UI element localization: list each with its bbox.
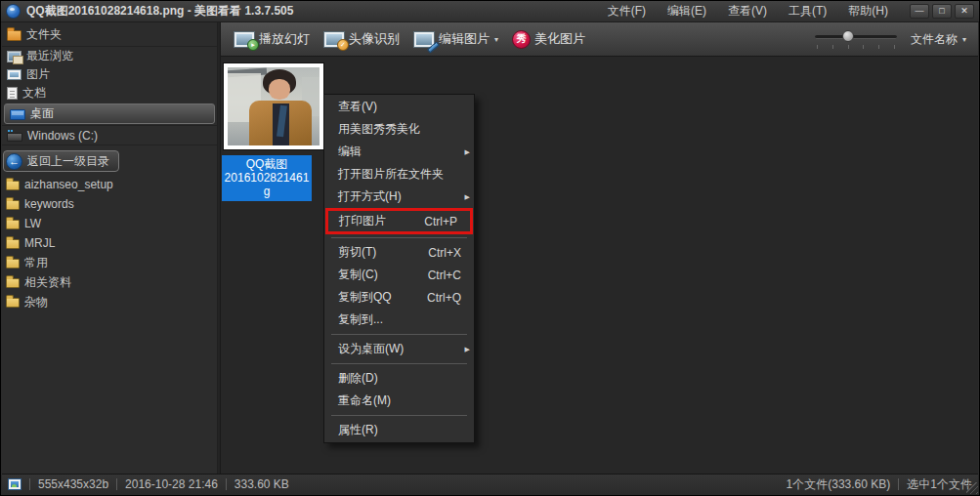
sort-by-dropdown[interactable]: 文件名称 ▾: [911, 31, 966, 48]
pictures-icon: [7, 69, 21, 80]
menu-help[interactable]: 帮助(H): [837, 1, 899, 21]
play-badge-icon: ▸: [247, 39, 259, 51]
folder-label: LW: [24, 217, 41, 230]
ctx-cut[interactable]: 剪切(T) Ctrl+X: [324, 241, 474, 264]
folder-icon: [6, 298, 20, 308]
image-status-icon: [8, 478, 21, 490]
ctx-copy-to-qq[interactable]: 复制到QQ Ctrl+Q: [324, 286, 474, 309]
folder-item-aizhanseo[interactable]: aizhanseo_setup: [2, 175, 217, 194]
resize-grip[interactable]: [966, 482, 978, 494]
ctx-edit-submenu[interactable]: 编辑 ▶: [324, 141, 474, 163]
folder-label: aizhanseo_setup: [24, 178, 113, 191]
image-thumbnail-cell[interactable]: QQ截图 2016102821461 g: [223, 62, 326, 150]
filename-line: QQ截图: [222, 157, 312, 171]
ctx-rename[interactable]: 重命名(M): [324, 390, 474, 412]
slider-handle[interactable]: [842, 30, 854, 42]
maximize-button[interactable]: □: [932, 4, 952, 19]
menu-separator: [331, 415, 467, 416]
ctx-set-as-desktop-submenu[interactable]: 设为桌面(W) ▶: [324, 338, 474, 360]
toolbar-button-label: 美化图片: [534, 30, 585, 48]
ctx-open-with-submenu[interactable]: 打开方式(H) ▶: [324, 186, 474, 208]
ctx-copy[interactable]: 复制(C) Ctrl+C: [324, 264, 474, 286]
sidebar-item-label: 图片: [26, 66, 50, 83]
ctx-label: 用美图秀秀美化: [338, 121, 420, 138]
close-button[interactable]: ✕: [955, 4, 974, 19]
ctx-shortcut: Ctrl+C: [428, 269, 466, 282]
ctx-label: 复制到QQ: [338, 289, 392, 306]
menu-edit[interactable]: 编辑(E): [657, 1, 717, 21]
sidebar-header: 文件夹: [2, 23, 217, 46]
edit-image-button[interactable]: 编辑图片 ▾: [408, 27, 503, 51]
edit-image-icon: [413, 31, 435, 48]
status-divider: [226, 478, 227, 490]
sidebar-item-label: 文档: [22, 85, 46, 102]
sidebar-item-drive-c[interactable]: Windows (C:): [2, 126, 217, 145]
filename-line: g: [222, 185, 312, 198]
status-bar: 555x435x32b 2016-10-28 21:46 333.60 KB 1…: [2, 474, 978, 494]
folder-item-lw[interactable]: LW: [2, 214, 217, 233]
folder-item-mrjl[interactable]: MRJL: [2, 233, 217, 253]
beautify-image-button[interactable]: 秀 美化图片: [507, 27, 590, 52]
sort-by-label: 文件名称: [911, 31, 958, 48]
menu-file[interactable]: 文件(F): [597, 1, 657, 21]
chevron-down-icon[interactable]: ▾: [494, 35, 498, 44]
back-button-label: 返回上一级目录: [27, 153, 109, 170]
ctx-print-image[interactable]: 打印图片 Ctrl+P: [328, 211, 470, 231]
sidebar-item-documents[interactable]: 文档: [2, 84, 217, 103]
ctx-label: 剪切(T): [338, 244, 376, 261]
folder-item-related[interactable]: 相关资料: [2, 272, 217, 292]
selected-filename-label: QQ截图 2016102821461 g: [222, 155, 312, 201]
slider-track[interactable]: [815, 35, 897, 39]
ctx-shortcut: Ctrl+Q: [427, 291, 466, 305]
submenu-arrow-icon: ▶: [465, 346, 470, 353]
sidebar-item-recent[interactable]: 最近浏览: [2, 47, 217, 65]
folder-item-changyong[interactable]: 常用: [2, 253, 217, 272]
slider-ticks: [817, 45, 895, 49]
slideshow-icon: ▸: [234, 31, 255, 48]
window-title: QQ截图20161028214618.png - 美图看看 1.3.7.505: [26, 3, 293, 20]
image-filesize: 333.60 KB: [234, 477, 289, 491]
menu-view[interactable]: 查看(V): [717, 1, 778, 21]
beautify-icon: 秀: [512, 30, 531, 49]
ctx-copy-to[interactable]: 复制到...: [324, 309, 474, 331]
ctx-properties[interactable]: 属性(R): [324, 419, 474, 441]
chevron-down-icon: ▾: [962, 35, 966, 44]
toolbar: ▸ 播放幻灯 ✓ 头像识别 编辑图片 ▾: [221, 22, 978, 57]
folder-icon: [6, 181, 20, 190]
status-divider: [29, 478, 30, 490]
back-arrow-icon: ←: [6, 153, 22, 170]
selected-count: 选中1个文件: [907, 476, 972, 493]
slideshow-button[interactable]: ▸ 播放幻灯: [229, 27, 315, 51]
folder-icon: [6, 200, 20, 210]
face-recognition-button[interactable]: ✓ 头像识别: [319, 27, 405, 51]
ctx-label: 复制到...: [338, 311, 383, 328]
check-badge-icon: ✓: [337, 39, 349, 51]
thumbnail-frame[interactable]: [223, 62, 324, 150]
print-highlight-box: 打印图片 Ctrl+P: [325, 208, 473, 234]
ctx-label: 删除(D): [338, 370, 378, 387]
ctx-delete[interactable]: 删除(D): [324, 367, 474, 390]
menu-separator: [331, 237, 467, 238]
app-logo-icon: [6, 4, 21, 19]
sidebar-item-pictures[interactable]: 图片: [2, 65, 217, 84]
submenu-arrow-icon: ▶: [465, 148, 470, 156]
toolbar-button-label: 头像识别: [349, 30, 400, 48]
folder-item-misc[interactable]: 杂物: [2, 292, 217, 311]
toolbar-button-label: 编辑图片: [439, 30, 490, 48]
folder-label: 相关资料: [24, 274, 71, 291]
thumbnail-photo: [228, 67, 320, 145]
minimize-button[interactable]: —: [910, 4, 929, 19]
folder-icon: [6, 259, 20, 269]
sidebar-item-desktop[interactable]: 桌面: [4, 103, 215, 124]
ctx-label: 查看(V): [338, 99, 377, 115]
folder-icon: [6, 239, 20, 249]
ctx-view[interactable]: 查看(V): [324, 96, 474, 118]
ctx-open-containing-folder[interactable]: 打开图片所在文件夹: [324, 163, 474, 186]
menu-tools[interactable]: 工具(T): [778, 1, 837, 21]
ctx-beautify-with-meitu[interactable]: 用美图秀秀美化: [324, 118, 474, 141]
thumbnail-size-slider[interactable]: [815, 29, 897, 49]
back-to-parent-button[interactable]: ← 返回上一级目录: [3, 150, 119, 172]
menu-bar: 文件(F) 编辑(E) 查看(V) 工具(T) 帮助(H): [597, 1, 899, 21]
title-bar: QQ截图20161028214618.png - 美图看看 1.3.7.505 …: [1, 1, 979, 22]
folder-item-keywords[interactable]: keywords: [2, 194, 217, 214]
